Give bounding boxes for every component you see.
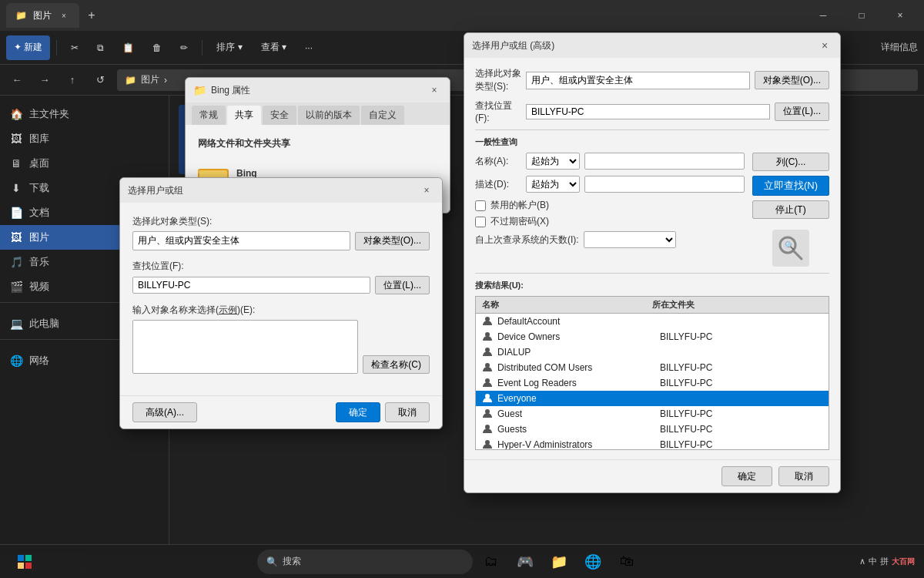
sidebar-label-home: 主文件夹 — [29, 107, 69, 121]
documents-icon: 📄 — [9, 207, 23, 219]
results-row-icon — [482, 392, 494, 405]
select-user-cancel-btn[interactable]: 取消 — [385, 402, 430, 422]
results-row[interactable]: DIALUP — [476, 344, 829, 360]
tab-previous[interactable]: 以前的版本 — [298, 106, 360, 125]
view-button[interactable]: 查看 ▾ — [253, 35, 294, 60]
taskbar-store-btn[interactable]: 🛍 — [611, 548, 642, 576]
adv-desc-label: 描述(D): — [475, 178, 521, 191]
object-type-value: 用户、组或内置安全主体 — [138, 234, 239, 247]
minimize-btn[interactable]: ─ — [805, 3, 841, 28]
explorer-tab[interactable]: 📁 图片 × — [6, 3, 79, 28]
adv-days-select[interactable] — [584, 231, 676, 248]
dialog-select-user-close[interactable]: × — [419, 183, 434, 198]
results-row[interactable]: DefaultAccount — [476, 314, 829, 329]
location-btn[interactable]: 位置(L)... — [375, 276, 430, 294]
taskbar-search-icon: 🔍 — [266, 556, 278, 567]
adv-name-filter[interactable]: 起始为 — [526, 153, 580, 170]
forward-btn[interactable]: → — [34, 69, 55, 91]
results-list[interactable]: 名称 所在文件夹 DefaultAccountDevice OwnersBILL… — [475, 296, 829, 450]
results-row[interactable]: Event Log ReadersBILLYFU-PC — [476, 375, 829, 391]
up-btn[interactable]: ↑ — [62, 69, 83, 91]
adv-close-btn[interactable]: × — [817, 38, 832, 53]
maximize-btn[interactable]: □ — [844, 3, 879, 28]
tab-share[interactable]: 共享 — [227, 106, 261, 125]
adv-location-btn[interactable]: 位置(L)... — [775, 102, 829, 121]
adv-query-area: 名称(A): 起始为 描述(D): 起始为 禁用的 — [475, 153, 829, 267]
results-row[interactable]: GuestBILLYFU-PC — [476, 406, 829, 422]
taskbar-game-btn[interactable]: 🎮 — [510, 548, 541, 576]
back-btn[interactable]: ← — [6, 69, 28, 91]
delete-button[interactable]: 🗑 — [145, 35, 169, 60]
results-row[interactable]: Hyper-V AdministratorsBILLYFU-PC — [476, 437, 829, 450]
taskbar-edge-btn[interactable]: 🌐 — [578, 548, 608, 576]
download-icon: ⬇ — [9, 182, 23, 194]
advanced-btn[interactable]: 高级(A)... — [132, 402, 197, 422]
tab-close-btn[interactable]: × — [58, 9, 70, 22]
copy-button[interactable]: ⧉ — [89, 35, 112, 60]
results-row[interactable]: GuestsBILLYFU-PC — [476, 422, 829, 437]
paste-button[interactable]: 📋 — [115, 35, 142, 60]
refresh-btn[interactable]: ↺ — [89, 69, 111, 91]
object-type-btn[interactable]: 对象类型(O)... — [355, 232, 430, 250]
rename-button[interactable]: ✏ — [172, 35, 196, 60]
adv-stop-btn[interactable]: 停止(T) — [752, 200, 829, 219]
add-tab-btn[interactable]: + — [79, 3, 104, 28]
results-row[interactable]: Distributed COM UsersBILLYFU-PC — [476, 360, 829, 375]
adv-cancel-btn[interactable]: 取消 — [778, 466, 829, 486]
results-row-location: BILLYFU-PC — [660, 408, 822, 419]
select-user-ok-btn[interactable]: 确定 — [336, 402, 380, 422]
dialog-bing-close[interactable]: × — [427, 82, 442, 98]
adv-disabled-cb[interactable] — [475, 200, 486, 211]
results-row-icon — [482, 439, 494, 450]
network-icon: 🌐 — [9, 355, 23, 367]
check-name-btn[interactable]: 检查名称(C) — [363, 355, 430, 374]
adv-disabled-row: 禁用的帐户(B) — [475, 199, 745, 212]
results-row-name: Hyper-V Administrators — [497, 439, 660, 450]
adv-days-row: 自上次查录系统的天数(I): — [475, 231, 745, 248]
adv-nopwexp-cb[interactable] — [475, 217, 486, 227]
new-button[interactable]: ✦ 新建 — [6, 35, 50, 60]
sidebar-label-videos: 视频 — [29, 280, 49, 294]
sidebar-item-home[interactable]: 🏠 主文件夹 — [0, 102, 169, 126]
input-name-input-row: 检查名称(C) — [132, 320, 430, 374]
results-row-name: Guest — [497, 408, 660, 419]
adv-list-btn[interactable]: 列(C)... — [752, 153, 829, 171]
more-button[interactable]: ··· — [297, 35, 320, 60]
taskbar-explorer-btn[interactable]: 🗂 — [476, 548, 507, 576]
tab-security[interactable]: 安全 — [263, 106, 296, 125]
location-display: BILLYFU-PC — [132, 277, 370, 294]
taskbar-files-btn[interactable]: 📁 — [544, 548, 574, 576]
adv-object-type-btn[interactable]: 对象类型(O)... — [755, 71, 829, 89]
tab-general[interactable]: 常规 — [192, 106, 226, 125]
start-btn[interactable] — [9, 548, 40, 576]
tab-custom[interactable]: 自定义 — [361, 106, 404, 125]
results-row-icon — [482, 315, 494, 328]
adv-ok-btn[interactable]: 确定 — [721, 466, 772, 486]
input-name-textarea[interactable] — [132, 320, 358, 374]
ime-label[interactable]: 中 — [869, 556, 877, 567]
adv-disabled-label: 禁用的帐户(B) — [490, 199, 549, 212]
results-row-location: BILLYFU-PC — [660, 362, 822, 373]
results-row-name: DefaultAccount — [497, 316, 660, 327]
close-btn[interactable]: × — [882, 3, 918, 28]
results-row-icon — [482, 408, 494, 420]
adv-body: 选择此对象类型(S): 用户、组或内置安全主体 对象类型(O)... 查找位置(… — [464, 58, 840, 459]
dialog-bing-icon: 📁 — [193, 84, 206, 96]
sidebar-item-gallery[interactable]: 🖼 图库 — [0, 126, 169, 151]
sidebar-item-desktop[interactable]: 🖥 桌面 — [0, 151, 169, 176]
dialog-bing-tabs: 常规 共享 安全 以前的版本 自定义 — [186, 102, 450, 125]
cut-button[interactable]: ✂ — [63, 35, 86, 60]
adv-nopwexp-label: 不过期密码(X) — [490, 215, 549, 228]
adv-name-input[interactable] — [584, 153, 745, 170]
results-row[interactable]: Device OwnersBILLYFU-PC — [476, 329, 829, 344]
results-row[interactable]: Everyone — [476, 391, 829, 406]
adv-location-label: 查找位置(F): — [475, 99, 521, 123]
ime-input[interactable]: 拼 — [880, 556, 889, 567]
taskbar-search[interactable]: 🔍 搜索 — [257, 549, 473, 574]
adv-search-icon-area: 🔍 — [752, 230, 829, 267]
adv-desc-input[interactable] — [584, 176, 745, 193]
tray-up-icon[interactable]: ∧ — [859, 556, 865, 566]
adv-desc-filter[interactable]: 起始为 — [526, 176, 580, 193]
sort-button[interactable]: 排序 ▾ — [209, 35, 249, 60]
adv-find-btn[interactable]: 立即查找(N) — [752, 176, 829, 196]
